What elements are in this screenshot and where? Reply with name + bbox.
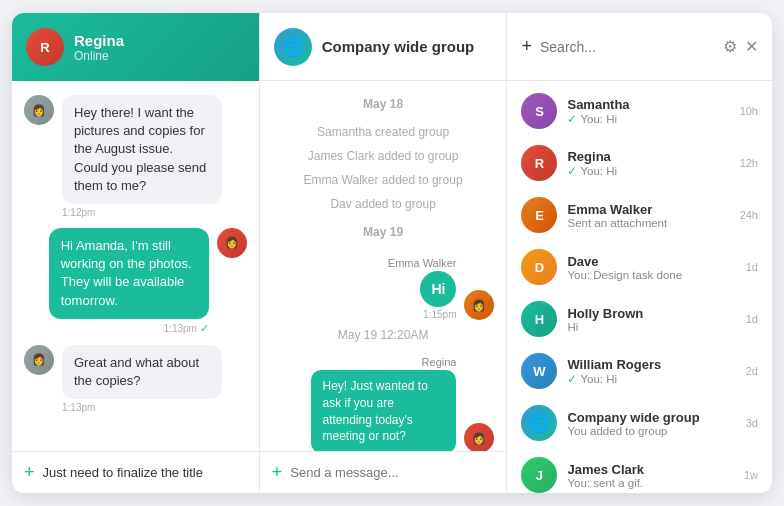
system-event-3: Emma Walker added to group [272, 171, 495, 189]
message-row-sent: 👩 Hi Amanda, I'm still working on the ph… [24, 228, 247, 335]
contact-info-regina: Regina ✓ You: Hi [567, 149, 729, 178]
contact-time-holly: 1d [746, 313, 758, 325]
date-divider-2: May 19 [272, 223, 495, 241]
group-message-row-1: 👩 Emma Walker Hi 1:15pm [272, 257, 495, 320]
contact-avatar-company: 🌐 [521, 405, 557, 441]
system-event-4: Dav added to group [272, 195, 495, 213]
sent-content: Hi Amanda, I'm still working on the phot… [49, 228, 209, 335]
group-message-row-2: 👩 Regina Hey! Just wanted to ask if you … [272, 356, 495, 451]
contact-preview-holly: Hi [567, 321, 735, 333]
system-event-2: James Clark added to group [272, 147, 495, 165]
group-message-input[interactable] [290, 465, 494, 480]
contact-name-company: Company wide group [567, 410, 735, 425]
contact-preview-william: ✓ You: Hi [567, 372, 735, 386]
current-chat-avatar: R [26, 28, 64, 66]
contact-avatar-holly: H [521, 301, 557, 337]
contact-info-dave: Dave You: Design task done [567, 254, 735, 281]
message-row: 👩 Hey there! I want the pictures and cop… [24, 95, 247, 218]
contact-preview-regina: ✓ You: Hi [567, 164, 729, 178]
search-input[interactable] [540, 39, 715, 55]
contact-item-emma[interactable]: E Emma Walker Sent an attachment 24h [507, 189, 772, 241]
hi-bubble: Hi [420, 271, 456, 307]
new-chat-button[interactable]: + [521, 36, 532, 57]
group-name: Company wide group [322, 38, 475, 55]
message-bubble-2: Great and what about the copies? [62, 345, 222, 399]
group-msg-content-1: Emma Walker Hi 1:15pm [388, 257, 457, 320]
attachment-button[interactable]: + [24, 462, 35, 483]
left-header: R Regina Online [12, 13, 259, 81]
sent-time: 1:13pm ✓ [49, 322, 209, 335]
contact-preview-emma: Sent an attachment [567, 217, 729, 229]
group-avatar: 🌐 [274, 28, 312, 66]
right-header: + ⚙ ✕ [507, 13, 772, 81]
left-input-area: + [12, 451, 259, 493]
group-attachment-button[interactable]: + [272, 462, 283, 483]
contact-item-james[interactable]: J James Clark You: sent a gif. 1w [507, 449, 772, 493]
group-msg-content-2: Regina Hey! Just wanted to ask if you ar… [311, 356, 456, 451]
contact-name-william: William Rogers [567, 357, 735, 372]
middle-header: 🌐 Company wide group [260, 13, 507, 81]
contact-info-company: Company wide group You added to group [567, 410, 735, 437]
contact-preview-dave: You: Design task done [567, 269, 735, 281]
contact-item-dave[interactable]: D Dave You: Design task done 1d [507, 241, 772, 293]
contact-info-james: James Clark You: sent a gif. [567, 462, 733, 489]
message-time: 1:12pm [62, 207, 222, 218]
right-panel: + ⚙ ✕ S Samantha ✓ You: Hi 10h [507, 13, 772, 493]
contact-preview-james: You: sent a gif. [567, 477, 733, 489]
message-input[interactable] [43, 465, 247, 480]
middle-panel: 🌐 Company wide group May 18 Samantha cre… [260, 13, 508, 493]
message-avatar: 👩 [24, 95, 54, 125]
message-content-2: Great and what about the copies? 1:13pm [62, 345, 222, 413]
avatar-initial: R [26, 28, 64, 66]
left-panel: R Regina Online 👩 Hey there! I want the … [12, 13, 260, 493]
group-time-1: 1:15pm [423, 309, 456, 320]
contact-time-regina: 12h [740, 157, 758, 169]
contact-avatar-emma: E [521, 197, 557, 233]
date-divider: May 18 [272, 95, 495, 113]
contact-name-james: James Clark [567, 462, 733, 477]
group-sender-1: Emma Walker [388, 257, 457, 269]
chat-status: Online [74, 49, 245, 63]
middle-messages: May 18 Samantha created group James Clar… [260, 81, 507, 451]
contact-avatar-james: J [521, 457, 557, 493]
sent-bubble: Hi Amanda, I'm still working on the phot… [49, 228, 209, 319]
contact-name-samantha: Samantha [567, 97, 729, 112]
contact-time-james: 1w [744, 469, 758, 481]
contact-item-william[interactable]: W William Rogers ✓ You: Hi 2d [507, 345, 772, 397]
message-time-2: 1:13pm [62, 402, 222, 413]
group-sender-2: Regina [422, 356, 457, 368]
sent-avatar: 👩 [217, 228, 247, 258]
contact-avatar-dave: D [521, 249, 557, 285]
contact-info-william: William Rogers ✓ You: Hi [567, 357, 735, 386]
contact-time-emma: 24h [740, 209, 758, 221]
contact-item-holly[interactable]: H Holly Brown Hi 1d [507, 293, 772, 345]
close-icon[interactable]: ✕ [745, 37, 758, 56]
contact-name-dave: Dave [567, 254, 735, 269]
contact-preview-company: You added to group [567, 425, 735, 437]
contact-name-holly: Holly Brown [567, 306, 735, 321]
contact-info-holly: Holly Brown Hi [567, 306, 735, 333]
date-divider-3: May 19 12:20AM [272, 326, 495, 344]
contact-time-william: 2d [746, 365, 758, 377]
message-avatar-2: 👩 [24, 345, 54, 375]
contact-avatar-regina: R [521, 145, 557, 181]
message-bubble: Hey there! I want the pictures and copie… [62, 95, 222, 204]
group-bubble-2: Hey! Just wanted to ask if you are atten… [311, 370, 456, 451]
group-msg-avatar-emma: 👩 [464, 290, 494, 320]
contact-item-regina[interactable]: R Regina ✓ You: Hi 12h [507, 137, 772, 189]
contact-avatar-samantha: S [521, 93, 557, 129]
settings-icon[interactable]: ⚙ [723, 37, 737, 56]
system-event-1: Samantha created group [272, 123, 495, 141]
app-container: R Regina Online 👩 Hey there! I want the … [12, 13, 772, 493]
left-header-info: Regina Online [74, 32, 245, 63]
check-mark: ✓ [200, 322, 209, 334]
contact-list: S Samantha ✓ You: Hi 10h R Regina ✓ [507, 81, 772, 493]
contact-time-dave: 1d [746, 261, 758, 273]
contact-name-regina: Regina [567, 149, 729, 164]
contact-time-company: 3d [746, 417, 758, 429]
message-row-2: 👩 Great and what about the copies? 1:13p… [24, 345, 247, 413]
contact-info-samantha: Samantha ✓ You: Hi [567, 97, 729, 126]
contact-item-company[interactable]: 🌐 Company wide group You added to group … [507, 397, 772, 449]
group-msg-avatar-regina: 👩 [464, 423, 494, 451]
contact-item-samantha[interactable]: S Samantha ✓ You: Hi 10h [507, 85, 772, 137]
